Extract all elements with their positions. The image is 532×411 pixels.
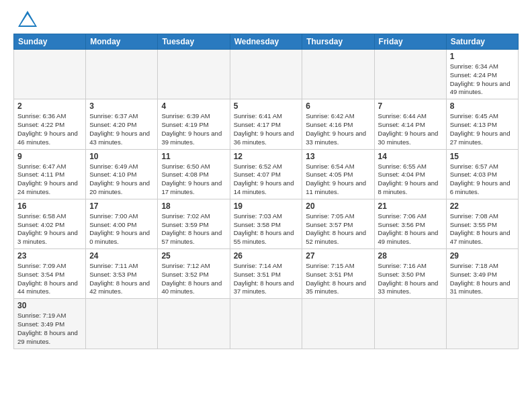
calendar-cell: 30Sunrise: 7:19 AM Sunset: 3:49 PM Dayli… xyxy=(14,299,86,349)
day-number: 20 xyxy=(306,201,370,211)
calendar-cell: 28Sunrise: 7:16 AM Sunset: 3:50 PM Dayli… xyxy=(374,249,446,299)
day-number: 4 xyxy=(161,101,226,111)
day-info: Sunrise: 6:58 AM Sunset: 4:02 PM Dayligh… xyxy=(17,212,82,246)
day-number: 6 xyxy=(306,101,370,111)
calendar-cell: 14Sunrise: 6:55 AM Sunset: 4:04 PM Dayli… xyxy=(374,149,446,199)
day-number: 26 xyxy=(234,251,299,261)
day-info: Sunrise: 6:39 AM Sunset: 4:19 PM Dayligh… xyxy=(161,112,226,146)
calendar-cell: 6Sunrise: 6:42 AM Sunset: 4:16 PM Daylig… xyxy=(302,99,374,149)
calendar-cell: 15Sunrise: 6:57 AM Sunset: 4:03 PM Dayli… xyxy=(446,149,518,199)
day-info: Sunrise: 6:55 AM Sunset: 4:04 PM Dayligh… xyxy=(378,163,443,197)
calendar-cell: 23Sunrise: 7:09 AM Sunset: 3:54 PM Dayli… xyxy=(14,249,86,299)
day-number: 19 xyxy=(234,201,299,211)
calendar-cell: 13Sunrise: 6:54 AM Sunset: 4:05 PM Dayli… xyxy=(302,149,374,199)
calendar-cell: 10Sunrise: 6:49 AM Sunset: 4:10 PM Dayli… xyxy=(86,149,158,199)
calendar-cell: 1Sunrise: 6:34 AM Sunset: 4:24 PM Daylig… xyxy=(446,50,518,99)
day-info: Sunrise: 7:18 AM Sunset: 3:49 PM Dayligh… xyxy=(450,262,515,296)
day-info: Sunrise: 6:50 AM Sunset: 4:08 PM Dayligh… xyxy=(161,163,226,197)
day-info: Sunrise: 7:12 AM Sunset: 3:52 PM Dayligh… xyxy=(161,262,226,296)
day-info: Sunrise: 7:08 AM Sunset: 3:55 PM Dayligh… xyxy=(450,212,515,246)
calendar-cell: 27Sunrise: 7:15 AM Sunset: 3:51 PM Dayli… xyxy=(302,249,374,299)
day-number: 2 xyxy=(17,101,82,111)
day-info: Sunrise: 7:14 AM Sunset: 3:51 PM Dayligh… xyxy=(234,262,299,296)
calendar-cell xyxy=(230,50,302,99)
calendar-cell xyxy=(302,299,374,349)
calendar-cell: 2Sunrise: 6:36 AM Sunset: 4:22 PM Daylig… xyxy=(14,99,86,149)
calendar-header-tuesday: Tuesday xyxy=(158,34,230,50)
day-number: 24 xyxy=(89,251,154,261)
day-info: Sunrise: 6:49 AM Sunset: 4:10 PM Dayligh… xyxy=(89,163,154,197)
calendar-cell: 7Sunrise: 6:44 AM Sunset: 4:14 PM Daylig… xyxy=(374,99,446,149)
calendar-cell: 26Sunrise: 7:14 AM Sunset: 3:51 PM Dayli… xyxy=(230,249,302,299)
day-info: Sunrise: 7:05 AM Sunset: 3:57 PM Dayligh… xyxy=(306,212,370,246)
day-info: Sunrise: 6:37 AM Sunset: 4:20 PM Dayligh… xyxy=(89,112,154,146)
calendar-cell xyxy=(230,299,302,349)
calendar-cell: 19Sunrise: 7:03 AM Sunset: 3:58 PM Dayli… xyxy=(230,199,302,248)
calendar-cell: 25Sunrise: 7:12 AM Sunset: 3:52 PM Dayli… xyxy=(158,249,230,299)
calendar-cell: 12Sunrise: 6:52 AM Sunset: 4:07 PM Dayli… xyxy=(230,149,302,199)
calendar-cell: 20Sunrise: 7:05 AM Sunset: 3:57 PM Dayli… xyxy=(302,199,374,248)
day-info: Sunrise: 6:54 AM Sunset: 4:05 PM Dayligh… xyxy=(306,163,370,197)
calendar-header-row: SundayMondayTuesdayWednesdayThursdayFrid… xyxy=(14,34,519,50)
day-number: 27 xyxy=(306,251,370,261)
calendar-week-0: 1Sunrise: 6:34 AM Sunset: 4:24 PM Daylig… xyxy=(14,50,519,99)
day-number: 25 xyxy=(161,251,226,261)
day-number: 11 xyxy=(161,152,226,161)
day-number: 30 xyxy=(17,301,82,310)
day-number: 3 xyxy=(89,101,154,111)
calendar-cell: 11Sunrise: 6:50 AM Sunset: 4:08 PM Dayli… xyxy=(158,149,230,199)
page: SundayMondayTuesdayWednesdayThursdayFrid… xyxy=(0,0,532,356)
day-info: Sunrise: 6:57 AM Sunset: 4:03 PM Dayligh… xyxy=(450,163,515,197)
day-number: 18 xyxy=(161,201,226,211)
day-number: 29 xyxy=(450,251,515,261)
calendar-cell xyxy=(14,50,86,99)
day-info: Sunrise: 6:47 AM Sunset: 4:11 PM Dayligh… xyxy=(17,163,82,197)
day-number: 7 xyxy=(378,101,443,111)
day-number: 14 xyxy=(378,152,443,161)
day-number: 22 xyxy=(450,201,515,211)
calendar-cell: 21Sunrise: 7:06 AM Sunset: 3:56 PM Dayli… xyxy=(374,199,446,248)
day-number: 15 xyxy=(450,152,515,161)
calendar-cell: 8Sunrise: 6:45 AM Sunset: 4:13 PM Daylig… xyxy=(446,99,518,149)
calendar-cell: 22Sunrise: 7:08 AM Sunset: 3:55 PM Dayli… xyxy=(446,199,518,248)
calendar-week-4: 23Sunrise: 7:09 AM Sunset: 3:54 PM Dayli… xyxy=(14,249,519,299)
day-number: 17 xyxy=(89,201,154,211)
day-info: Sunrise: 6:45 AM Sunset: 4:13 PM Dayligh… xyxy=(450,112,515,146)
day-number: 28 xyxy=(378,251,443,261)
calendar-week-1: 2Sunrise: 6:36 AM Sunset: 4:22 PM Daylig… xyxy=(14,99,519,149)
day-info: Sunrise: 7:02 AM Sunset: 3:59 PM Dayligh… xyxy=(161,212,226,246)
calendar-cell: 24Sunrise: 7:11 AM Sunset: 3:53 PM Dayli… xyxy=(86,249,158,299)
calendar-cell xyxy=(302,50,374,99)
calendar-header-monday: Monday xyxy=(86,34,158,50)
calendar-cell xyxy=(86,50,158,99)
day-number: 12 xyxy=(234,152,299,161)
calendar-cell xyxy=(374,299,446,349)
calendar-cell: 17Sunrise: 7:00 AM Sunset: 4:00 PM Dayli… xyxy=(86,199,158,248)
day-number: 16 xyxy=(17,201,82,211)
calendar-cell xyxy=(158,299,230,349)
calendar-header-friday: Friday xyxy=(374,34,446,50)
day-info: Sunrise: 7:03 AM Sunset: 3:58 PM Dayligh… xyxy=(234,212,299,246)
day-number: 21 xyxy=(378,201,443,211)
day-info: Sunrise: 7:00 AM Sunset: 4:00 PM Dayligh… xyxy=(89,212,154,246)
calendar-cell: 16Sunrise: 6:58 AM Sunset: 4:02 PM Dayli… xyxy=(14,199,86,248)
day-number: 10 xyxy=(89,152,154,161)
calendar-cell: 3Sunrise: 6:37 AM Sunset: 4:20 PM Daylig… xyxy=(86,99,158,149)
day-info: Sunrise: 6:44 AM Sunset: 4:14 PM Dayligh… xyxy=(378,112,443,146)
calendar-week-2: 9Sunrise: 6:47 AM Sunset: 4:11 PM Daylig… xyxy=(14,149,519,199)
calendar-header-thursday: Thursday xyxy=(302,34,374,50)
calendar-week-5: 30Sunrise: 7:19 AM Sunset: 3:49 PM Dayli… xyxy=(14,299,519,349)
calendar-header-sunday: Sunday xyxy=(14,34,86,50)
day-info: Sunrise: 6:41 AM Sunset: 4:17 PM Dayligh… xyxy=(234,112,299,146)
calendar-cell: 29Sunrise: 7:18 AM Sunset: 3:49 PM Dayli… xyxy=(446,249,518,299)
day-info: Sunrise: 7:16 AM Sunset: 3:50 PM Dayligh… xyxy=(378,262,443,296)
day-number: 13 xyxy=(306,152,370,161)
day-number: 23 xyxy=(17,251,82,261)
calendar-cell xyxy=(446,299,518,349)
calendar-cell: 5Sunrise: 6:41 AM Sunset: 4:17 PM Daylig… xyxy=(230,99,302,149)
day-number: 1 xyxy=(450,52,515,61)
calendar-cell: 9Sunrise: 6:47 AM Sunset: 4:11 PM Daylig… xyxy=(14,149,86,199)
calendar-header-wednesday: Wednesday xyxy=(230,34,302,50)
logo-icon xyxy=(18,11,37,27)
calendar-cell: 4Sunrise: 6:39 AM Sunset: 4:19 PM Daylig… xyxy=(158,99,230,149)
